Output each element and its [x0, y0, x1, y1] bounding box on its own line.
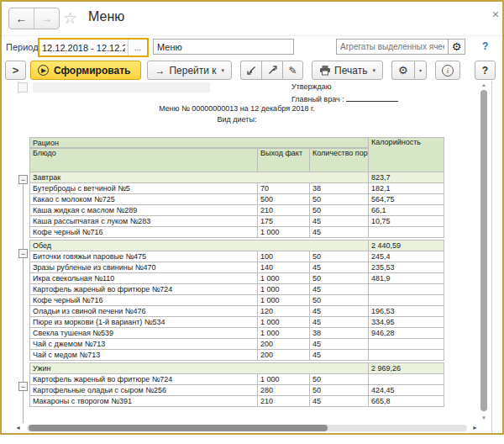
section-total-cell[interactable]: 2 969,26: [369, 363, 444, 374]
report-spreadsheet[interactable]: Утверждаю Главный врач : Меню № 00000000…: [2, 82, 477, 423]
calories-cell[interactable]: 564,75: [369, 194, 444, 205]
favorite-star-icon[interactable]: ☆: [63, 8, 77, 28]
calories-cell[interactable]: [369, 284, 444, 295]
output-cell[interactable]: 100: [258, 251, 310, 262]
output-cell[interactable]: 120: [258, 306, 310, 317]
settings-more-button[interactable]: ▾: [414, 61, 427, 80]
section-name-cell[interactable]: Ужин: [29, 363, 369, 374]
panel-toggle-button[interactable]: >: [5, 61, 26, 80]
dish-cell[interactable]: Какао с молоком №725: [29, 194, 258, 205]
calories-cell[interactable]: 66,1: [369, 205, 444, 216]
output-cell[interactable]: 175: [258, 216, 310, 227]
edit-button[interactable]: ✎: [282, 61, 303, 80]
portions-cell[interactable]: 50: [310, 374, 369, 385]
output-cell[interactable]: 210: [258, 396, 310, 407]
forward-button[interactable]: →: [34, 8, 59, 29]
horizontal-scrollbar[interactable]: ◄ ►: [13, 423, 480, 433]
vertical-scrollbar[interactable]: ▲ ▼: [479, 82, 489, 422]
output-cell[interactable]: 280: [258, 385, 310, 396]
dish-cell[interactable]: Картофель жареный во фритюре №724: [29, 374, 258, 385]
calories-cell[interactable]: 481,9: [369, 273, 444, 284]
calories-cell[interactable]: [369, 339, 444, 350]
calories-cell[interactable]: 665,8: [369, 396, 444, 407]
settings-button[interactable]: ⚙: [391, 61, 414, 80]
portions-cell[interactable]: 50: [310, 385, 369, 396]
portions-cell[interactable]: 45: [310, 339, 369, 350]
column-header-output[interactable]: Выход факт: [258, 148, 310, 172]
period-picker-button[interactable]: ...: [128, 40, 147, 56]
output-cell[interactable]: 1 000: [258, 273, 310, 284]
portions-cell[interactable]: 38: [310, 328, 369, 339]
period-input[interactable]: [39, 40, 128, 56]
help-button[interactable]: ?: [475, 61, 496, 80]
section-name-cell[interactable]: Обед: [29, 240, 369, 251]
calories-cell[interactable]: 182,1: [369, 183, 444, 194]
scroll-up-icon[interactable]: ▲: [480, 82, 487, 87]
column-header-portions[interactable]: Количество порций: [310, 148, 369, 172]
calories-cell[interactable]: 946,28: [369, 328, 444, 339]
dish-cell[interactable]: Чай с джемом №713: [29, 339, 258, 350]
output-cell[interactable]: 70: [258, 183, 310, 194]
aggregates-help-link[interactable]: ?: [482, 40, 488, 52]
dish-cell[interactable]: Икра свекольная №110: [29, 273, 258, 284]
section-total-cell[interactable]: 2 440,59: [369, 240, 444, 251]
scroll-left-icon[interactable]: ◄: [15, 425, 21, 431]
calories-cell[interactable]: [369, 227, 444, 238]
report-name-input[interactable]: [153, 39, 294, 55]
output-cell[interactable]: 1 000: [258, 317, 310, 328]
portions-cell[interactable]: 50: [310, 295, 369, 306]
scroll-right-icon[interactable]: ►: [472, 425, 478, 431]
goto-button[interactable]: → Перейти к ▾: [147, 61, 232, 80]
portions-cell[interactable]: 45: [310, 350, 369, 361]
dish-cell[interactable]: Свекла тушеная №539: [29, 328, 258, 339]
output-cell[interactable]: 1 000: [258, 227, 310, 238]
calories-cell[interactable]: 245,4: [369, 251, 444, 262]
print-button[interactable]: Печать ▾: [312, 61, 383, 80]
dish-cell[interactable]: Картофельные оладьи с сыром №256: [29, 385, 258, 396]
dish-cell[interactable]: Каша рассыпчатая с луком №283: [29, 216, 258, 227]
output-cell[interactable]: 1 000: [258, 374, 310, 385]
portions-cell[interactable]: 45: [310, 284, 369, 295]
dish-cell[interactable]: Кофе черный №716: [29, 295, 258, 306]
dish-cell[interactable]: Каша жидкая с маслом №289: [29, 205, 258, 216]
portions-cell[interactable]: 45: [310, 227, 369, 238]
dish-cell[interactable]: Оладьи из свиной печени №476: [29, 306, 258, 317]
aggregates-gear-icon[interactable]: ⚙: [448, 40, 465, 54]
header-expander-box[interactable]: [18, 82, 28, 92]
scroll-down-icon[interactable]: ▼: [480, 415, 487, 420]
calories-cell[interactable]: 235,53: [369, 262, 444, 273]
portions-cell[interactable]: 45: [310, 396, 369, 407]
calories-cell[interactable]: [369, 374, 444, 385]
dish-cell[interactable]: Бутерброды с ветчиной №5: [29, 183, 258, 194]
collapse-view-button[interactable]: [240, 61, 261, 80]
output-cell[interactable]: 200: [258, 350, 310, 361]
vertical-scrollbar-thumb[interactable]: [480, 90, 487, 411]
dish-cell[interactable]: Пюре из моркови (1-й вариант) №534: [29, 317, 258, 328]
calories-cell[interactable]: [369, 350, 444, 361]
close-icon[interactable]: ×: [489, 7, 502, 21]
dish-cell[interactable]: Кофе черный №716: [29, 227, 258, 238]
calories-cell[interactable]: 196,53: [369, 306, 444, 317]
portions-cell[interactable]: 50: [310, 273, 369, 284]
output-cell[interactable]: 140: [258, 262, 310, 273]
output-cell[interactable]: 1 000: [258, 295, 310, 306]
collapse-group-icon[interactable]: −: [18, 382, 28, 391]
aggregates-input[interactable]: [337, 40, 448, 54]
output-cell[interactable]: 1 000: [258, 284, 310, 295]
dish-cell[interactable]: Биточки говяжьи паровые №475: [29, 251, 258, 262]
output-cell[interactable]: 210: [258, 205, 310, 216]
column-header-ration[interactable]: Рацион: [29, 137, 369, 148]
portions-cell[interactable]: 50: [310, 205, 369, 216]
column-header-dish[interactable]: Блюдо: [29, 148, 258, 172]
calories-cell[interactable]: [369, 295, 444, 306]
calories-cell[interactable]: 424,45: [369, 385, 444, 396]
output-cell[interactable]: 200: [258, 339, 310, 350]
generate-button[interactable]: ▶ Сформировать: [30, 61, 141, 80]
section-total-cell[interactable]: 823,7: [369, 172, 444, 183]
calories-cell[interactable]: 334,95: [369, 317, 444, 328]
horizontal-scrollbar-track[interactable]: [27, 425, 467, 431]
output-cell[interactable]: 1 000: [258, 328, 310, 339]
selected-cell-highlight[interactable]: [33, 82, 210, 92]
dish-cell[interactable]: Зразы рубленые из свинины №470: [29, 262, 258, 273]
horizontal-scrollbar-thumb[interactable]: [29, 425, 328, 431]
